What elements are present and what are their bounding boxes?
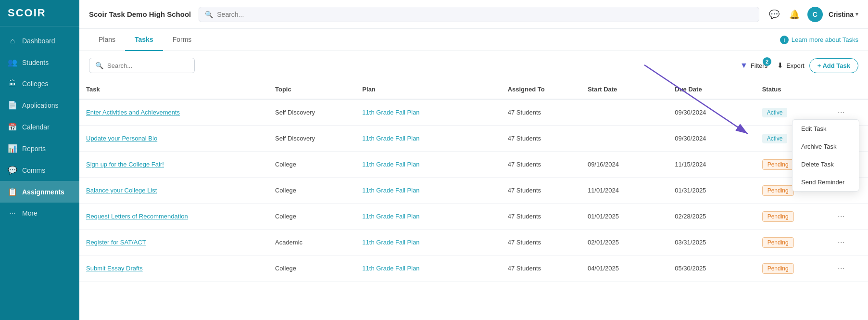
plan-cell: 11th Grade Fall Plan [355,256,501,282]
status-cell: Pending [755,256,828,282]
sidebar-item-label: Applications [22,102,59,109]
due-date-cell: 03/31/2025 [668,230,755,256]
row-actions-cell: ··· [828,256,868,282]
task-name-cell: Enter Activities and Achievements [79,99,268,126]
tab-tasks[interactable]: Tasks [125,29,163,51]
task-name-cell: Sign up for the College Fair! [79,152,268,178]
tasks-table: Task Topic Plan Assigned To Start Date D… [79,80,868,282]
row-actions-cell: ··· [828,204,868,230]
status-badge: Active [762,108,788,117]
sidebar-item-applications[interactable]: 📄 Applications [0,94,79,116]
add-task-button[interactable]: + Add Task [809,58,858,73]
applications-icon: 📄 [8,101,17,110]
sidebar-item-dashboard[interactable]: ⌂ Dashboard [0,30,79,51]
plan-link[interactable]: 11th Grade Fall Plan [362,135,419,142]
sidebar-item-label: More [22,209,38,217]
chat-icon-button[interactable]: 💬 [767,7,781,22]
topic-cell: Self Discovery [268,126,355,152]
task-link[interactable]: Balance your College List [86,187,157,194]
sidebar-item-more[interactable]: ··· More [0,203,79,224]
user-menu[interactable]: Cristina ▾ [829,11,858,18]
learn-more-button[interactable]: i Learn more about Tasks [780,36,858,44]
plan-cell: 11th Grade Fall Plan [355,99,501,126]
toolbar-right: ▼ Filters 2 ⬇ Export + Add Task [740,58,858,73]
task-link[interactable]: Update your Personal Bio [86,135,157,142]
sidebar-item-comms[interactable]: 💬 Comms [0,159,79,181]
sidebar-item-label: Assignments [22,188,64,196]
task-name-cell: Submit Essay Drafts [79,256,268,282]
sidebar-item-colleges[interactable]: 🏛 Colleges [0,73,79,94]
assignments-icon: 📋 [8,187,17,196]
status-badge: Pending [762,159,794,170]
due-date-cell: 11/15/2024 [668,152,755,178]
plan-link[interactable]: 11th Grade Fall Plan [362,213,419,220]
assigned-cell: 47 Students [501,178,581,204]
task-link[interactable]: Register for SAT/ACT [86,239,146,246]
col-header-status: Status [755,80,828,99]
start-date-cell: 02/01/2025 [581,230,668,256]
global-search-input[interactable] [217,11,753,18]
topic-cell: College [268,256,355,282]
row-actions-button[interactable]: ··· [835,236,848,248]
export-button[interactable]: ⬇ Export [777,61,805,70]
sidebar-item-assignments[interactable]: 📋 Assignments [0,181,79,203]
global-search-bar[interactable]: 🔍 [199,7,759,22]
topbar-actions: 💬 🔔 C Cristina ▾ [767,7,858,22]
context-menu: Edit TaskArchive TaskDelete TaskSend Rem… [792,119,859,192]
row-actions-button[interactable]: ··· [835,210,848,222]
add-task-label: + Add Task [818,62,850,69]
context-menu-item-edit[interactable]: Edit Task [793,120,859,138]
plan-link[interactable]: 11th Grade Fall Plan [362,187,419,194]
task-link[interactable]: Request Letters of Recommendation [86,213,188,220]
plan-link[interactable]: 11th Grade Fall Plan [362,239,419,246]
task-link[interactable]: Sign up for the College Fair! [86,161,164,168]
row-actions-button[interactable]: ··· [835,262,848,274]
filters-button[interactable]: ▼ Filters 2 [740,61,767,70]
info-icon: i [780,36,789,44]
sidebar-item-students[interactable]: 👥 Students [0,51,79,73]
table-row: Register for SAT/ACT Academic 11th Grade… [79,230,868,256]
assigned-cell: 47 Students [501,230,581,256]
status-cell: Pending [755,230,828,256]
task-link[interactable]: Enter Activities and Achievements [86,109,180,116]
students-icon: 👥 [8,58,17,67]
task-link[interactable]: Submit Essay Drafts [86,265,143,272]
sidebar-item-label: Calendar [22,123,50,131]
search-icon: 🔍 [205,11,213,18]
col-header-start: Start Date [581,80,668,99]
filter-badge: 2 [763,57,771,66]
context-menu-item-reminder[interactable]: Send Reminder [793,173,859,191]
plan-link[interactable]: 11th Grade Fall Plan [362,265,419,272]
sidebar-item-label: Comms [22,166,45,174]
plan-cell: 11th Grade Fall Plan [355,152,501,178]
table-search-input[interactable] [107,62,189,69]
context-menu-item-archive[interactable]: Archive Task [793,138,859,155]
status-badge: Pending [762,211,794,222]
notifications-icon-button[interactable]: 🔔 [787,7,802,22]
sidebar-item-reports[interactable]: 📊 Reports [0,138,79,159]
sidebar-item-calendar[interactable]: 📅 Calendar [0,116,79,138]
col-header-assigned: Assigned To [501,80,581,99]
row-actions-button[interactable]: ··· [835,106,848,118]
context-menu-item-delete[interactable]: Delete Task [793,155,859,173]
plan-cell: 11th Grade Fall Plan [355,178,501,204]
status-badge: Pending [762,237,794,248]
table-search-icon: 🔍 [95,62,103,69]
task-name-cell: Balance your College List [79,178,268,204]
avatar: C [807,7,823,22]
due-date-cell: 09/30/2024 [668,126,755,152]
due-date-cell: 09/30/2024 [668,99,755,126]
tab-forms[interactable]: Forms [163,29,201,51]
plan-link[interactable]: 11th Grade Fall Plan [362,109,419,116]
sidebar: SCOIR ⌂ Dashboard👥 Students🏛 Colleges📄 A… [0,0,79,320]
status-badge: Pending [762,263,794,274]
tab-plans[interactable]: Plans [89,29,125,51]
table-toolbar: 🔍 ▼ Filters 2 ⬇ Export + Add Task [79,51,868,80]
status-cell: Pending [755,204,828,230]
task-name-cell: Request Letters of Recommendation [79,204,268,230]
table-search-wrap[interactable]: 🔍 [89,58,195,73]
plan-link[interactable]: 11th Grade Fall Plan [362,161,419,168]
start-date-cell [581,99,668,126]
sidebar-nav: ⌂ Dashboard👥 Students🏛 Colleges📄 Applica… [0,26,79,320]
task-name-cell: Register for SAT/ACT [79,230,268,256]
